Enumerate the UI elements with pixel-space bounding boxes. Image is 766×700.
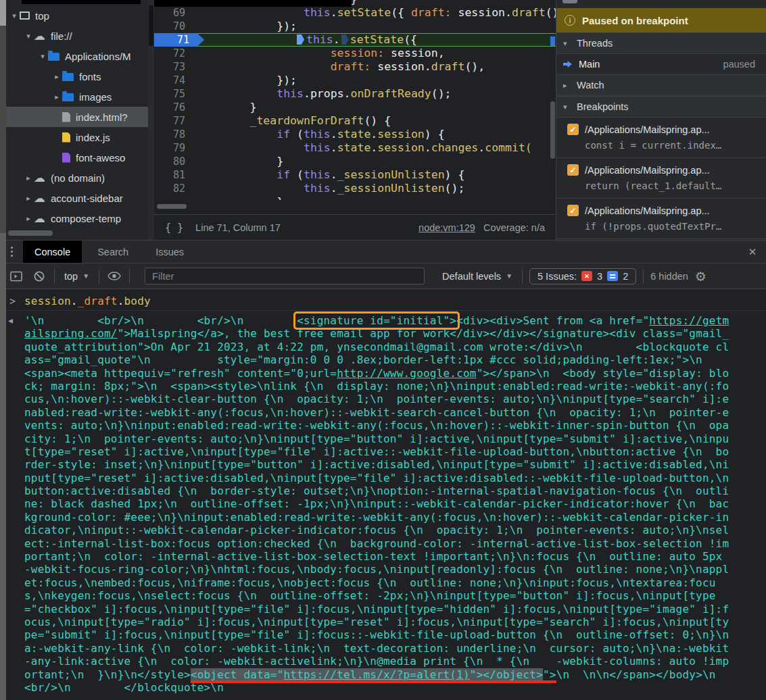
breakpoint-row: ✓/Applications/Mailspring.ap... — [567, 164, 761, 176]
issues-message-count: 2 — [623, 271, 628, 282]
thread-item-main[interactable]: Main paused — [556, 54, 766, 74]
tree-item-applications-m[interactable]: ▾Applications/M — [6, 46, 148, 66]
breakpoints-section-header[interactable]: ▾ Breakpoints — [556, 96, 766, 118]
console-input-expression: session._draft.body — [24, 295, 151, 307]
issues-counter-button[interactable]: 5 Issues: ✕ 3 2 — [529, 268, 636, 284]
line-number[interactable]: 71 — [154, 33, 204, 47]
editor-hscrollbar[interactable] — [157, 204, 187, 209]
disclosure-down-icon[interactable]: ▾ — [37, 52, 48, 61]
code-token: . — [331, 6, 337, 19]
line-number[interactable]: 74 — [154, 74, 196, 87]
breakpoint-checkbox[interactable]: ✓ — [567, 205, 579, 216]
hidden-messages-count[interactable]: 6 hidden — [650, 271, 688, 282]
disclosure-right-icon[interactable]: ▸ — [23, 174, 34, 182]
breakpoint-entry[interactable]: ✓/Applications/Mailspring.ap...const i =… — [556, 118, 766, 158]
code-token: } — [196, 101, 256, 114]
code-token: session — [377, 128, 425, 141]
show-sidebar-icon[interactable] — [8, 268, 24, 284]
gear-icon[interactable]: ⚙ — [695, 269, 707, 284]
line-number[interactable]: 70 — [154, 20, 196, 33]
chevron-down-icon: ▼ — [82, 272, 89, 280]
console-link[interactable]: http://www.google.com — [337, 367, 477, 380]
tree-item-font-aweso[interactable]: font-aweso — [6, 147, 148, 168]
code-token: ({ — [404, 33, 417, 46]
line-number[interactable]: 77 — [154, 114, 196, 128]
javascript-context-dropdown[interactable]: top ▼ — [62, 271, 92, 282]
line-number[interactable]: 72 — [154, 47, 196, 60]
code-editor[interactable]: }69 this.setState({ draft: session.draft… — [154, 0, 556, 240]
line-number[interactable] — [154, 195, 196, 200]
breakpoint-entry[interactable]: ✓/Applications/Mailspring.ap...return (r… — [556, 158, 766, 199]
console-text: ">Mailspring</a>, the best free email ap… — [118, 327, 729, 340]
inline-breakpoint-marker[interactable] — [297, 34, 304, 45]
debugger-toolbar-button — [562, 0, 577, 3]
cursor-position: Line 71, Column 17 — [195, 222, 281, 233]
breakpoint-snippet: const i = current.index… — [585, 140, 761, 151]
console-output[interactable]: > session._draft.body ◂ '\n <br/>\n <br/… — [0, 289, 766, 700]
breakpoint-checkbox[interactable]: ✓ — [567, 164, 579, 176]
watch-section-header[interactable]: ▸ Watch — [556, 74, 766, 96]
inline-breakpoint-marker[interactable] — [341, 34, 349, 45]
console-output-line: dicator,\ninput::-webkit-calendar-picker… — [24, 524, 729, 536]
tree-item-index-html[interactable]: index.html? — [6, 107, 148, 127]
console-link[interactable]: ailspring.com/ — [24, 327, 118, 340]
source-mapping-link[interactable]: node:vm:129 — [418, 222, 475, 233]
code-text: this.setState({ — [196, 33, 417, 47]
breakpoint-path: /Applications/Mailspring.ap... — [585, 124, 710, 135]
tree-item-images[interactable]: ▸images — [6, 86, 148, 107]
breakpoint-snippet: return (react_1.default… — [585, 180, 761, 191]
navigator-vscrollbar[interactable] — [149, 5, 153, 46]
line-number[interactable]: 78 — [154, 128, 196, 141]
line-number[interactable]: 73 — [154, 60, 196, 74]
line-number[interactable]: 81 — [154, 168, 196, 182]
current-thread-arrow-icon — [563, 60, 572, 68]
eye-icon[interactable] — [106, 268, 122, 284]
console-link[interactable]: https://getm — [649, 314, 729, 327]
close-icon[interactable]: ✕ — [739, 241, 766, 263]
clear-console-icon[interactable] — [31, 268, 47, 284]
tab-console[interactable]: Console — [23, 241, 82, 263]
console-link[interactable]: https://tel.ms/x/?p=alert(1) — [284, 668, 470, 681]
line-number[interactable]: 75 — [154, 87, 196, 101]
line-number[interactable]: 80 — [154, 155, 196, 168]
navigator-hscrollbar[interactable] — [8, 230, 53, 236]
line-number[interactable]: 76 — [154, 101, 196, 114]
console-output-line: a:-webkit-any-link {\n color: -webkit-li… — [24, 642, 729, 655]
code-token: draft — [431, 60, 465, 73]
breakpoint-entry[interactable]: ✓/Applications/Mailspring.ap...if (!prop… — [556, 199, 766, 239]
disclosure-right-icon[interactable]: ▸ — [51, 72, 62, 81]
console-output-line: cus,\n:hover)::-webkit-clear-button {\n … — [24, 393, 729, 405]
tree-item-top[interactable]: ▾top — [6, 5, 148, 26]
tab-search[interactable]: Search — [86, 241, 140, 263]
log-levels-dropdown[interactable]: Default levels ▼ — [439, 271, 515, 282]
editor-vscrollbar[interactable] — [550, 101, 555, 159]
code-token: if — [277, 128, 290, 141]
disclosure-right-icon[interactable]: ▸ — [23, 214, 34, 223]
console-output-line: quote_attribution">On Apr 21 2023, at 4:… — [24, 341, 729, 353]
threads-section-header[interactable]: ▾ Threads — [556, 32, 766, 54]
line-number[interactable]: 79 — [154, 141, 196, 155]
tree-item-file[interactable]: ▾☁file:// — [6, 26, 148, 46]
code-token: this — [304, 168, 331, 181]
code-token: draft — [512, 6, 546, 19]
line-number[interactable]: 69 — [154, 6, 196, 20]
line-number[interactable]: 82 — [154, 182, 196, 195]
disclosure-right-icon[interactable]: ▸ — [51, 93, 62, 101]
tree-item-fonts[interactable]: ▸fonts — [6, 66, 148, 86]
console-filter-input[interactable] — [145, 268, 425, 284]
tree-item-account-sidebar[interactable]: ▸☁account-sidebar — [6, 188, 148, 208]
selected-object-tag: "></object> — [470, 668, 543, 681]
threads-title: Threads — [577, 38, 613, 49]
tree-item-no-domain[interactable]: ▸☁(no domain) — [6, 168, 148, 188]
disclosure-down-icon[interactable]: ▾ — [23, 32, 34, 41]
tab-issues[interactable]: Issues — [144, 241, 195, 263]
console-output-line: button:active:disabled {\n border-style:… — [24, 484, 729, 497]
pretty-print-icon[interactable]: { } — [165, 222, 183, 234]
tree-item-composer-temp[interactable]: ▸☁composer-temp — [6, 208, 148, 228]
navigator-top-bar — [22, 0, 141, 4]
disclosure-down-icon[interactable]: ▾ — [9, 11, 20, 20]
breakpoint-checkbox[interactable]: ✓ — [567, 124, 579, 135]
console-text: ortant;\n }\n}\n</style> — [24, 668, 191, 681]
disclosure-right-icon[interactable]: ▸ — [23, 194, 34, 203]
tree-item-index-js[interactable]: index.js — [6, 127, 148, 147]
